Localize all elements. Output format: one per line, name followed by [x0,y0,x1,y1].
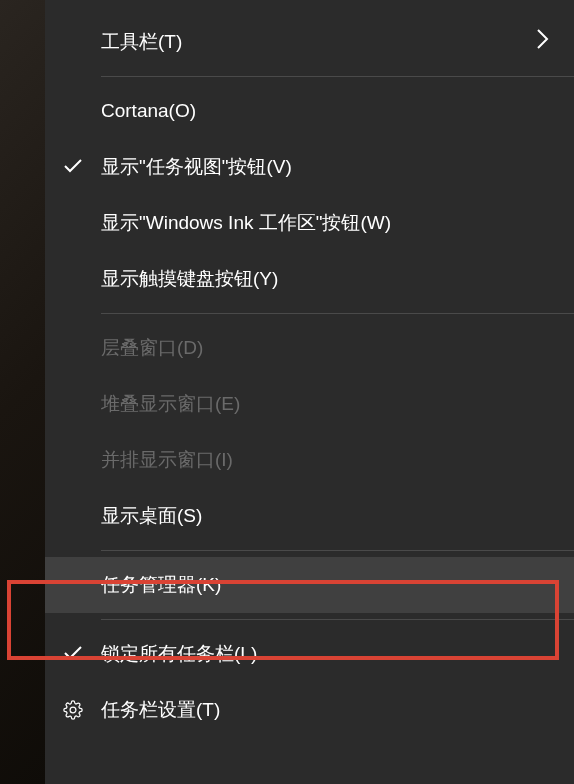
menu-item-label: 任务栏设置(T) [101,697,550,723]
menu-item-label: 并排显示窗口(I) [101,447,550,473]
menu-item-label: 显示触摸键盘按钮(Y) [101,266,550,292]
menu-item-label: 显示桌面(S) [101,503,550,529]
menu-item-task-manager[interactable]: 任务管理器(K) [45,557,574,613]
menu-item-lock-taskbar[interactable]: 锁定所有任务栏(L) [45,626,574,682]
menu-item-taskbar-settings[interactable]: 任务栏设置(T) [45,682,574,738]
menu-separator [101,76,574,77]
gear-icon [45,700,101,720]
icon-slot [45,154,101,180]
menu-item-toolbars[interactable]: 工具栏(T) [45,14,574,70]
menu-item-touch-keyboard[interactable]: 显示触摸键盘按钮(Y) [45,251,574,307]
check-icon [63,641,83,667]
menu-separator [101,313,574,314]
menu-item-cascade-windows: 层叠窗口(D) [45,320,574,376]
menu-item-label: 显示"任务视图"按钮(V) [101,154,550,180]
menu-item-label: 堆叠显示窗口(E) [101,391,550,417]
menu-item-label: 工具栏(T) [101,29,536,55]
menu-item-side-by-side: 并排显示窗口(I) [45,432,574,488]
menu-separator [101,550,574,551]
menu-item-stack-windows: 堆叠显示窗口(E) [45,376,574,432]
menu-item-task-view[interactable]: 显示"任务视图"按钮(V) [45,139,574,195]
chevron-right-icon [536,28,550,56]
menu-item-show-desktop[interactable]: 显示桌面(S) [45,488,574,544]
icon-slot [45,641,101,667]
menu-separator [101,619,574,620]
menu-item-label: 锁定所有任务栏(L) [101,641,550,667]
menu-item-cortana[interactable]: Cortana(O) [45,83,574,139]
desktop-background [0,0,45,784]
check-icon [63,154,83,180]
menu-item-label: Cortana(O) [101,100,550,122]
menu-item-label: 层叠窗口(D) [101,335,550,361]
menu-item-label: 显示"Windows Ink 工作区"按钮(W) [101,210,550,236]
menu-item-label: 任务管理器(K) [101,572,550,598]
taskbar-context-menu: 工具栏(T) Cortana(O) 显示"任务视图"按钮(V) 显示"Windo… [45,0,574,784]
menu-item-windows-ink[interactable]: 显示"Windows Ink 工作区"按钮(W) [45,195,574,251]
